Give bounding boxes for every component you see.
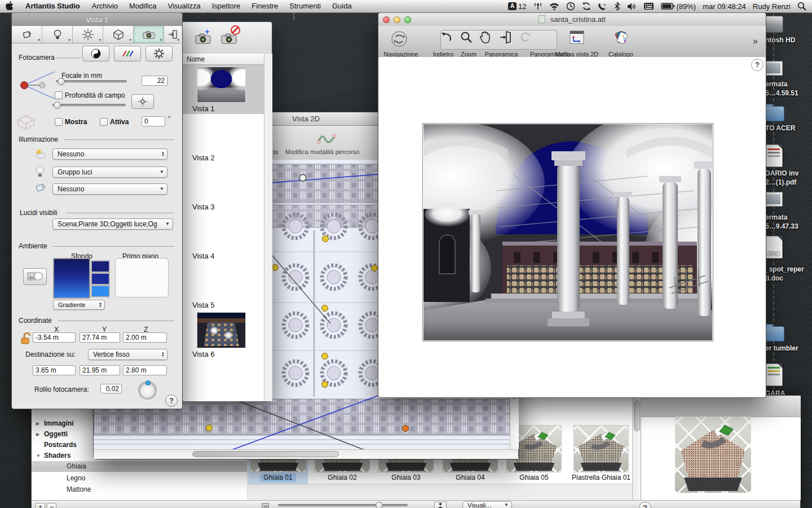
unlock-icon[interactable] bbox=[20, 332, 33, 345]
time-machine-icon[interactable] bbox=[566, 2, 575, 11]
desktop-icon-label[interactable]: ermata bbox=[765, 80, 810, 88]
user-catalog-button[interactable] bbox=[434, 502, 447, 508]
menu-clock[interactable]: mar 09:48:24 bbox=[703, 2, 746, 11]
pdf-file-icon[interactable] bbox=[765, 144, 783, 167]
plan-horizontal-scrollbar[interactable] bbox=[94, 449, 518, 459]
camera-inspector-palette[interactable]: Vista 1 ▾ ▾ ▾ ▾ ▾ bbox=[11, 12, 183, 409]
menu-modifica[interactable]: Modifica bbox=[123, 0, 162, 12]
attiva-checkbox[interactable] bbox=[100, 118, 108, 126]
help-button[interactable]: ? bbox=[165, 395, 178, 407]
menu-ispettore[interactable]: Ispettore bbox=[206, 0, 246, 12]
dof-checkbox[interactable] bbox=[55, 91, 63, 99]
heliodon-mode-button[interactable]: ▾ bbox=[73, 26, 103, 43]
advanced-settings-button[interactable] bbox=[145, 46, 173, 62]
shader-mode-button[interactable]: ▾ bbox=[12, 26, 42, 43]
vista-list-scrollbar[interactable] bbox=[264, 54, 272, 401]
destinazione-dropdown[interactable]: Vertice fisso ▲▼ bbox=[88, 349, 167, 360]
desktop-icon-label[interactable]: 2…(1).pdf bbox=[765, 178, 810, 186]
mostra-checkbox[interactable] bbox=[55, 118, 63, 126]
rotate-tool-button[interactable] bbox=[518, 30, 532, 44]
camera-y-field[interactable]: 27.74 m bbox=[80, 332, 120, 343]
thumbnail-size-slider[interactable] bbox=[278, 504, 408, 506]
dof-slider[interactable] bbox=[52, 104, 126, 106]
zoom-tool-button[interactable] bbox=[460, 30, 473, 44]
panel-toggle-button[interactable]: ▾ bbox=[164, 26, 181, 43]
name-column-header[interactable]: Nome bbox=[182, 54, 264, 65]
camera-z-field[interactable]: 2.00 m bbox=[123, 332, 167, 343]
remove-button[interactable]: − bbox=[47, 503, 56, 508]
show-2d-view-button[interactable] bbox=[569, 30, 585, 45]
vista-row-5[interactable]: Vista 5 bbox=[182, 261, 264, 310]
roll-dial[interactable] bbox=[138, 381, 157, 400]
target-x-field[interactable]: 3.65 m bbox=[33, 365, 76, 375]
add-button[interactable]: + bbox=[36, 503, 45, 508]
keyboard-viewer-icon[interactable] bbox=[643, 2, 654, 10]
focale-slider[interactable] bbox=[56, 80, 127, 82]
vista-row-1[interactable]: Vista 1 bbox=[182, 65, 264, 114]
document-titlebar[interactable]: santa_cristina.atl bbox=[378, 13, 766, 27]
disclosure-triangle-icon[interactable]: ▼ bbox=[36, 450, 41, 461]
thumbs-vertical-scrollbar[interactable] bbox=[632, 396, 641, 500]
background-gradient-preview[interactable] bbox=[53, 258, 90, 299]
palette-titlebar[interactable]: Vista 1 bbox=[12, 13, 182, 27]
minimize-button[interactable] bbox=[394, 16, 400, 23]
vista-6-thumbnail[interactable] bbox=[197, 312, 246, 348]
shader-large-preview[interactable] bbox=[675, 417, 751, 493]
foreground-preview[interactable] bbox=[115, 258, 169, 297]
background-mode-dropdown[interactable]: Gradiente ▲▼ bbox=[53, 300, 105, 310]
shader-item-piastrella-ghiaia01[interactable]: Piastrella Ghiaia 01 bbox=[568, 423, 633, 485]
catalog-button[interactable] bbox=[612, 30, 629, 46]
bluetooth-icon[interactable] bbox=[614, 2, 620, 11]
screenshot-file-icon[interactable] bbox=[764, 192, 783, 207]
menu-app-name[interactable]: Artlantis Studio bbox=[19, 0, 86, 12]
tree-item-ghiaia[interactable]: Ghiaia bbox=[32, 461, 247, 472]
light-mode-button[interactable]: ▾ bbox=[42, 26, 73, 43]
heliodon-dropdown[interactable]: Nessuno ▲▼ bbox=[52, 148, 167, 160]
vista-1-thumbnail[interactable] bbox=[197, 67, 246, 103]
document-window[interactable]: santa_cristina.atl Navigazione bbox=[378, 12, 766, 398]
desktop-icon-label[interactable]: 5…9.47.33 bbox=[765, 222, 810, 230]
desktop-icon-label[interactable]: ermata bbox=[765, 213, 810, 221]
target-y-field[interactable]: 21.95 m bbox=[80, 365, 120, 375]
menu-finestre[interactable]: Finestre bbox=[246, 0, 284, 12]
disclosure-triangle-icon[interactable]: ▶ bbox=[36, 429, 39, 440]
desktop-icon-label[interactable]: _spot_reper bbox=[765, 265, 810, 273]
fax-phone-icon[interactable] bbox=[598, 2, 607, 11]
back-button[interactable] bbox=[439, 30, 453, 44]
vista-row-2[interactable]: Vista 2 bbox=[182, 114, 264, 163]
apple-menu[interactable] bbox=[0, 0, 19, 12]
spotlight-icon[interactable] bbox=[797, 2, 806, 11]
rollio-field[interactable]: 0.02 bbox=[100, 384, 122, 393]
background-type-button[interactable] bbox=[23, 268, 47, 285]
edit-path-mode-icon[interactable] bbox=[316, 130, 337, 146]
help-button[interactable]: ? bbox=[751, 59, 764, 71]
color-settings-button[interactable] bbox=[114, 46, 141, 62]
navigation-button[interactable] bbox=[391, 30, 408, 47]
desktop-icon-label[interactable]: ntosh HD bbox=[765, 36, 810, 44]
menu-visualizza[interactable]: Visualizza bbox=[162, 0, 206, 12]
render-viewport[interactable] bbox=[422, 123, 713, 341]
desktop-icon-label[interactable]: DARIO inv bbox=[765, 169, 810, 177]
gradient-color-swatch-top[interactable] bbox=[91, 260, 110, 273]
neon-dropdown[interactable]: Nessuno ▼ bbox=[52, 183, 167, 195]
tree-item-legno[interactable]: Legno bbox=[32, 473, 247, 484]
airport-teleport-icon[interactable] bbox=[533, 2, 542, 11]
tree-item-mattone[interactable]: Mattone bbox=[32, 484, 247, 495]
focale-value-field[interactable]: 22 bbox=[142, 76, 167, 86]
object-mode-button[interactable]: ▾ bbox=[103, 26, 134, 43]
desktop-icon-label[interactable]: ti.doc bbox=[765, 274, 810, 282]
desktop-icon-label[interactable]: er tumbler bbox=[765, 344, 810, 352]
menu-strumenti[interactable]: Strumenti bbox=[284, 0, 326, 12]
focus-point-button[interactable] bbox=[131, 94, 154, 109]
menu-guida[interactable]: Guida bbox=[326, 0, 358, 12]
camera-mode-button[interactable]: ▾ bbox=[134, 26, 164, 43]
target-z-field[interactable]: 2.80 m bbox=[123, 365, 167, 375]
close-button[interactable] bbox=[383, 16, 390, 23]
pan-up-tool-button[interactable] bbox=[498, 30, 512, 44]
input-source-menu[interactable]: A 12 bbox=[508, 2, 526, 11]
document-proxy-icon[interactable] bbox=[539, 15, 545, 23]
vista-row-6[interactable]: Vista 6 bbox=[182, 310, 264, 360]
add-view-button[interactable]: + bbox=[193, 28, 214, 47]
wifi-icon[interactable] bbox=[549, 2, 559, 10]
desktop-icon-label[interactable]: 5…4.59.51 bbox=[765, 89, 810, 97]
